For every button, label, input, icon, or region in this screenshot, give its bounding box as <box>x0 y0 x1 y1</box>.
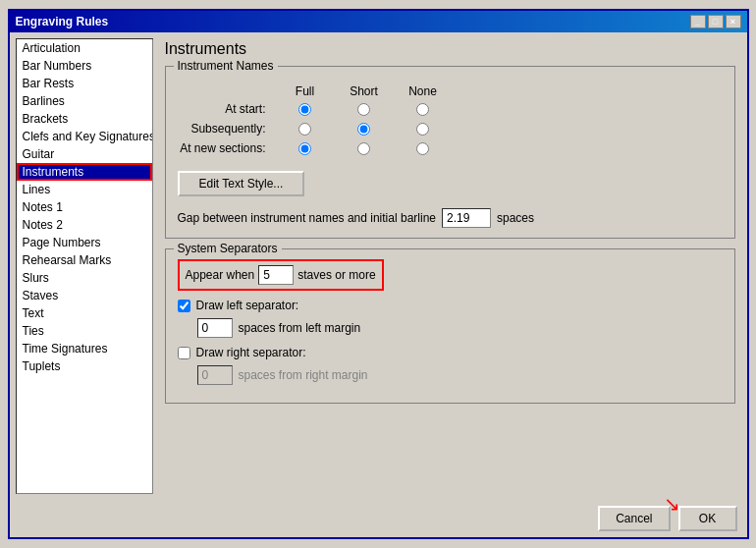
right-margin-label: spaces from right margin <box>239 368 368 382</box>
sidebar-item-bar-numbers[interactable]: Bar Numbers <box>17 57 152 75</box>
sidebar-item-staves[interactable]: Staves <box>17 287 152 304</box>
sidebar-item-tuplets[interactable]: Tuplets <box>17 357 152 375</box>
draw-right-checkbox[interactable] <box>178 347 190 359</box>
sidebar-item-page-numbers[interactable]: Page Numbers <box>17 234 152 251</box>
at-start-label: At start: <box>178 102 276 116</box>
appear-when-label: Appear when <box>186 268 255 282</box>
gap-label-after: spaces <box>497 211 534 225</box>
instrument-names-label: Instrument Names <box>174 59 278 73</box>
draw-left-label: Draw left separator: <box>196 299 299 312</box>
at-start-row: At start: <box>178 102 723 116</box>
title-bar: Engraving Rules _ □ × <box>10 11 747 32</box>
sidebar-item-slurs[interactable]: Slurs <box>17 269 152 287</box>
sidebar-item-text[interactable]: Text <box>17 304 152 322</box>
sidebar-item-notes-2[interactable]: Notes 2 <box>17 216 152 234</box>
col-none: None <box>394 84 453 98</box>
cancel-button[interactable]: Cancel <box>598 506 670 531</box>
new-sections-row: At new sections: <box>178 141 723 155</box>
gap-row: Gap between instrument names and initial… <box>178 208 723 228</box>
ok-button[interactable]: OK <box>678 506 737 531</box>
close-button[interactable]: × <box>726 15 741 28</box>
subsequently-label: Subsequently: <box>178 122 276 136</box>
sidebar-item-lines[interactable]: Lines <box>17 181 152 198</box>
draw-right-label: Draw right separator: <box>196 346 306 359</box>
page-title: Instruments <box>165 40 735 58</box>
title-bar-buttons: _ □ × <box>690 15 741 28</box>
sidebar: ArticulationBar NumbersBar RestsBarlines… <box>16 38 153 494</box>
instrument-names-group: Instrument Names Full Short None At star… <box>165 66 735 239</box>
left-margin-row: spaces from left margin <box>197 318 723 338</box>
draw-right-separator-row: Draw right separator: <box>178 346 723 359</box>
sidebar-item-articulation[interactable]: Articulation <box>17 39 152 57</box>
at-start-none[interactable] <box>394 103 453 116</box>
sidebar-item-instruments[interactable]: Instruments <box>17 163 152 181</box>
gap-label-before: Gap between instrument names and initial… <box>178 211 436 225</box>
engraving-rules-dialog: Engraving Rules _ □ × ArticulationBar Nu… <box>8 9 749 539</box>
minimize-button[interactable]: _ <box>690 15 706 28</box>
staves-or-more-label: staves or more <box>297 268 375 282</box>
sidebar-item-clefs-key-sigs[interactable]: Clefs and Key Signatures <box>17 128 152 145</box>
new-sections-none[interactable] <box>394 142 453 155</box>
left-margin-input[interactable] <box>197 318 233 338</box>
sidebar-item-brackets[interactable]: Brackets <box>17 110 152 128</box>
new-sections-full[interactable] <box>276 142 335 155</box>
right-margin-input[interactable] <box>197 365 233 385</box>
sidebar-item-guitar[interactable]: Guitar <box>17 145 152 163</box>
appear-when-row: Appear when staves or more <box>178 259 384 291</box>
sidebar-item-bar-rests[interactable]: Bar Rests <box>17 75 152 92</box>
maximize-button[interactable]: □ <box>708 15 724 28</box>
subsequently-full[interactable] <box>276 123 335 136</box>
new-sections-short[interactable] <box>335 142 394 155</box>
draw-left-separator-row: Draw left separator: <box>178 299 723 312</box>
sidebar-item-time-signatures[interactable]: Time Signatures <box>17 340 152 357</box>
col-short: Short <box>335 84 394 98</box>
grid-header-row: Full Short None <box>276 84 723 98</box>
system-separators-group: System Separators Appear when staves or … <box>165 248 735 404</box>
dialog-title: Engraving Rules <box>16 15 109 28</box>
main-content: Instruments Instrument Names Full Short … <box>153 32 747 500</box>
arrow-indicator: ↘ <box>664 492 680 516</box>
sidebar-item-ties[interactable]: Ties <box>17 322 152 340</box>
dialog-body: ArticulationBar NumbersBar RestsBarlines… <box>10 32 747 500</box>
left-margin-label: spaces from left margin <box>239 321 361 335</box>
at-start-full[interactable] <box>276 103 335 116</box>
edit-text-style-button[interactable]: Edit Text Style... <box>178 171 305 196</box>
sidebar-item-barlines[interactable]: Barlines <box>17 92 152 110</box>
subsequently-row: Subsequently: <box>178 122 723 136</box>
draw-left-checkbox[interactable] <box>178 300 190 312</box>
new-sections-label: At new sections: <box>178 141 276 155</box>
right-margin-row: spaces from right margin <box>197 365 723 385</box>
dialog-footer: ↘ Cancel OK <box>10 500 747 537</box>
system-sep-label: System Separators <box>174 242 282 255</box>
subsequently-none[interactable] <box>394 123 453 136</box>
gap-input[interactable] <box>442 208 491 228</box>
subsequently-short[interactable] <box>335 123 394 136</box>
col-full: Full <box>276 84 335 98</box>
instrument-names-grid: Full Short None At start: Subsequently: <box>178 84 723 155</box>
appear-when-input[interactable] <box>258 265 294 285</box>
sidebar-item-rehearsal-marks[interactable]: Rehearsal Marks <box>17 251 152 269</box>
sidebar-item-notes-1[interactable]: Notes 1 <box>17 198 152 216</box>
at-start-short[interactable] <box>335 103 394 116</box>
